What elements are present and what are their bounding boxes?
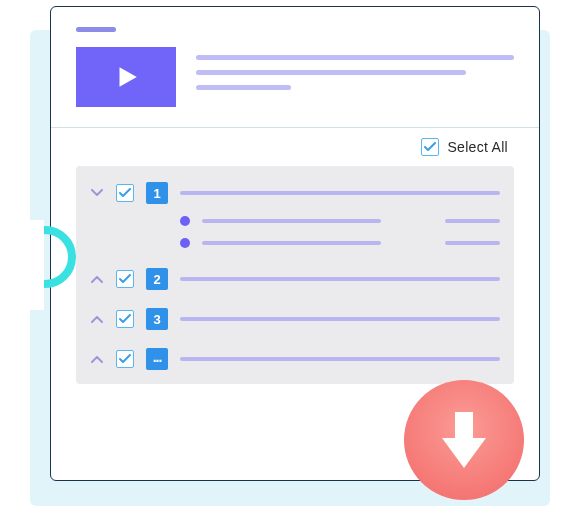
item-number-badge: ... bbox=[146, 348, 168, 370]
item-text-placeholder bbox=[180, 357, 500, 361]
download-button[interactable] bbox=[404, 380, 524, 500]
title-line-3 bbox=[196, 85, 291, 90]
item-list: 1 2 bbox=[76, 166, 514, 384]
item-number-badge: 3 bbox=[146, 308, 168, 330]
decorative-mask bbox=[0, 220, 44, 310]
select-all-row: Select All bbox=[76, 138, 514, 166]
title-line-2 bbox=[196, 70, 466, 75]
item-checkbox[interactable] bbox=[116, 310, 134, 328]
item-number-badge: 2 bbox=[146, 268, 168, 290]
header-section bbox=[76, 47, 514, 107]
item-text-placeholder bbox=[180, 191, 500, 195]
chevron-up-icon[interactable] bbox=[90, 312, 104, 326]
sub-item-text-placeholder bbox=[202, 241, 381, 245]
play-icon bbox=[113, 64, 139, 90]
item-number-badge: 1 bbox=[146, 182, 168, 204]
bullet-icon bbox=[180, 238, 190, 248]
sub-item[interactable] bbox=[180, 238, 500, 248]
list-item[interactable]: ... bbox=[90, 348, 500, 370]
sub-item-text-placeholder bbox=[202, 219, 381, 223]
item-text-placeholder bbox=[180, 317, 500, 321]
item-checkbox[interactable] bbox=[116, 270, 134, 288]
checkmark-icon bbox=[424, 142, 436, 152]
list-item[interactable]: 1 bbox=[90, 182, 500, 204]
checkmark-icon bbox=[119, 274, 131, 284]
top-accent-bar bbox=[76, 27, 116, 32]
select-all-checkbox[interactable] bbox=[421, 138, 439, 156]
item-checkbox[interactable] bbox=[116, 184, 134, 202]
checkmark-icon bbox=[119, 314, 131, 324]
sub-item-meta-placeholder bbox=[445, 219, 500, 223]
divider bbox=[51, 127, 539, 128]
chevron-up-icon[interactable] bbox=[90, 352, 104, 366]
sub-item-group bbox=[90, 216, 500, 248]
checkmark-icon bbox=[119, 188, 131, 198]
title-line-1 bbox=[196, 55, 514, 60]
title-placeholder-lines bbox=[196, 47, 514, 100]
list-item[interactable]: 3 bbox=[90, 308, 500, 330]
item-checkbox[interactable] bbox=[116, 350, 134, 368]
sub-item[interactable] bbox=[180, 216, 500, 226]
select-all-label: Select All bbox=[447, 139, 508, 155]
sub-item-meta-placeholder bbox=[445, 241, 500, 245]
download-arrow-icon bbox=[440, 410, 488, 470]
item-text-placeholder bbox=[180, 277, 500, 281]
list-item[interactable]: 2 bbox=[90, 268, 500, 290]
bullet-icon bbox=[180, 216, 190, 226]
chevron-down-icon[interactable] bbox=[90, 186, 104, 200]
chevron-up-icon[interactable] bbox=[90, 272, 104, 286]
checkmark-icon bbox=[119, 354, 131, 364]
video-thumbnail[interactable] bbox=[76, 47, 176, 107]
